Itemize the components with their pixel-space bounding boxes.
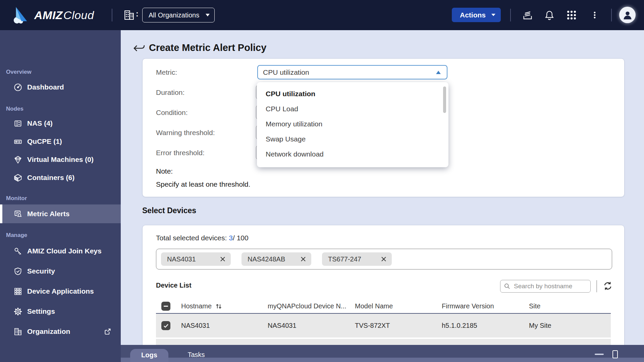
metric-dropdown-panel: CPU utilization CPU Load Memory utilizat… (257, 82, 448, 167)
sidebar-section-monitor: Monitor (6, 194, 27, 203)
device-chip: TS677-247 (322, 252, 392, 266)
indeterminate-mark-icon (164, 306, 168, 307)
sidebar-item-qucpe[interactable]: QuCPE (1) (0, 132, 121, 150)
sidebar-item-virtual-machines[interactable]: Virtual Machines (0) (0, 150, 121, 169)
refresh-icon[interactable] (602, 281, 613, 291)
sidebar-item-dashboard[interactable]: Dashboard (0, 78, 121, 96)
error-threshold-label: Error threshold: (156, 148, 205, 158)
sort-icon[interactable] (215, 303, 222, 310)
condition-label: Condition: (156, 108, 188, 117)
sidebar-item-containers[interactable]: Containers (6) (0, 169, 121, 187)
sidebar-item-security[interactable]: Security (0, 262, 121, 280)
maximize-icon[interactable] (612, 350, 618, 358)
device-list-label: Device List (156, 282, 192, 289)
nas-icon (13, 119, 22, 128)
topbar-divider (510, 9, 511, 21)
topbar-divider (112, 9, 112, 21)
sidebar-item-settings[interactable]: Settings (0, 302, 121, 320)
close-icon[interactable] (219, 256, 226, 262)
dropdown-option-cpu-load[interactable]: CPU Load (257, 101, 448, 116)
qucpe-icon (13, 137, 22, 146)
organization-icon (123, 9, 135, 21)
page-title: Create Metric Alert Policy (149, 42, 266, 53)
search-input[interactable] (513, 282, 585, 290)
metric-alerts-icon (13, 209, 22, 219)
actions-button[interactable]: Actions (452, 8, 501, 22)
device-applications-icon (13, 287, 22, 296)
cell-myqnapcloud-name: NAS4031 (268, 322, 355, 329)
row-checkbox[interactable] (161, 321, 170, 330)
app-window: AMIZCloud : All Organizations Actions (0, 0, 644, 362)
metric-select-value: CPU utilization (263, 68, 309, 76)
dropdown-option-swap-usage[interactable]: Swap Usage (257, 131, 448, 146)
top-bar: AMIZCloud : All Organizations Actions (0, 0, 644, 30)
warning-threshold-label: Warning threshold: (156, 128, 215, 137)
selected-count: 3 (229, 234, 233, 242)
total-selected-label: Total selected devices: (156, 234, 227, 242)
note-title: Note: (156, 165, 250, 178)
col-model-name: Model Name (355, 302, 442, 310)
table-row[interactable]: NAS4031 NAS4031 TVS-872XT h5.1.0.2185 My… (156, 314, 611, 338)
more-kebab-icon[interactable] (590, 9, 599, 21)
close-icon[interactable] (380, 256, 387, 262)
col-site: Site (529, 302, 611, 310)
sidebar-item-metric-alerts[interactable]: Metric Alerts (0, 204, 121, 223)
device-chip: NAS4248AB (241, 252, 311, 266)
sidebar-item-organization[interactable]: Organization (0, 322, 121, 341)
minimize-icon[interactable] (595, 354, 604, 355)
select-devices-heading: Select Devices (142, 206, 196, 215)
sidebar-section-manage: Manage (6, 231, 27, 240)
sidebar-item-join-keys[interactable]: AMIZ Cloud Join Keys (0, 242, 121, 260)
dropdown-option-cpu-utilization[interactable]: CPU utilization (257, 86, 448, 101)
dashboard-gauge-icon (13, 83, 22, 92)
key-icon (13, 247, 22, 256)
chevron-down-icon (491, 14, 495, 16)
total-selected-line: Total selected devices:3/ 100 (156, 234, 249, 242)
select-all-checkbox[interactable] (161, 302, 170, 311)
bottom-panel-bar: Logs Tasks (121, 345, 644, 362)
search-box (500, 280, 591, 293)
topbar-divider (611, 9, 612, 21)
note-text: Specify at least one threshold. (156, 178, 250, 191)
dropdown-option-memory-utilization[interactable]: Memory utilization (257, 116, 448, 131)
org-selector[interactable]: All Organizations (142, 8, 215, 22)
close-icon[interactable] (300, 256, 307, 262)
search-icon (504, 283, 511, 290)
sidebar-section-nodes: Nodes (6, 105, 23, 113)
select-devices-card: Total selected devices:3/ 100 NAS4031 NA… (142, 225, 625, 356)
metric-select[interactable]: CPU utilization (257, 65, 447, 79)
org-selector-value: All Organizations (149, 11, 199, 19)
sidebar-item-device-applications[interactable]: Device Applications (0, 282, 121, 300)
total-max: / 100 (233, 234, 249, 242)
tab-tasks[interactable]: Tasks (183, 349, 210, 362)
sidebar: Overview Dashboard Nodes NAS (4) QuCPE (… (0, 30, 121, 362)
col-firmware-version: Firmware Version (442, 302, 529, 310)
shield-check-icon (13, 267, 22, 276)
dropdown-scrollbar-thumb[interactable] (443, 86, 446, 113)
user-avatar[interactable] (619, 7, 636, 23)
main-content: Create Metric Alert Policy Metric: Durat… (121, 30, 644, 362)
sidebar-item-nas[interactable]: NAS (4) (0, 114, 121, 132)
brand-logo-icon (12, 6, 32, 24)
device-table: Hostname myQNAPcloud Device N... Model N… (156, 299, 611, 338)
col-myqnapcloud-name: myQNAPcloud Device N... (268, 302, 355, 310)
device-chip: NAS4031 (161, 252, 231, 266)
toolbar-divider (596, 280, 597, 292)
external-link-icon[interactable] (103, 327, 112, 336)
cell-firmware-version: h5.1.0.2185 (442, 322, 529, 329)
back-arrow-icon[interactable] (132, 43, 146, 53)
apps-grid-icon[interactable] (566, 9, 577, 21)
organization-icon (13, 327, 22, 336)
device-table-header: Hostname myQNAPcloud Device N... Model N… (156, 299, 611, 314)
brand-name-light: Cloud (63, 9, 94, 21)
brand-logo: AMIZCloud (12, 6, 94, 24)
tab-logs[interactable]: Logs (130, 349, 168, 362)
logs-stack-icon[interactable] (522, 9, 533, 21)
virtual-machines-icon (13, 155, 22, 164)
chevron-up-icon (436, 71, 441, 74)
cell-hostname: NAS4031 (181, 322, 268, 329)
dropdown-option-network-download[interactable]: Network download (257, 146, 448, 162)
notifications-bell-icon[interactable] (544, 9, 555, 21)
note-block: Note: Specify at least one threshold. (156, 165, 250, 191)
cell-site: My Site (529, 322, 611, 329)
